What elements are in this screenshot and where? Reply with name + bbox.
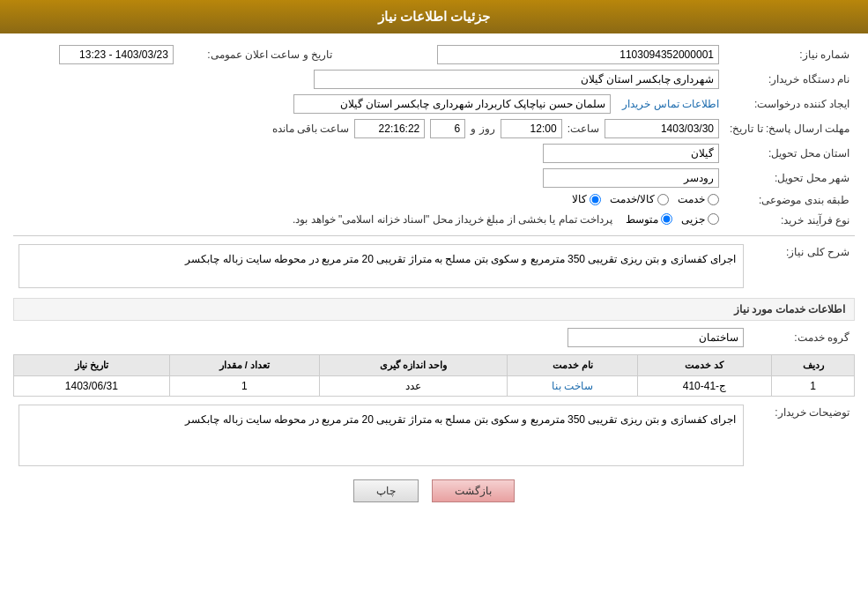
- announce-date-input[interactable]: [59, 45, 174, 64]
- creator-label: ایجاد کننده درخواست:: [724, 92, 855, 116]
- row-service-code: ج-41-410: [637, 376, 771, 397]
- deadline-date-input[interactable]: [605, 119, 719, 138]
- buyer-notes-label: توضیحات خریدار:: [749, 402, 855, 469]
- buyer-notes-box: اجرای کفسازی و بتن ریزی تقریبی 350 مترمر…: [19, 405, 744, 466]
- deadline-label: مهلت ارسال پاسخ: تا تاریخ:: [724, 116, 855, 141]
- process-radio-medium[interactable]: [661, 213, 672, 225]
- city-label: شهر محل تحویل:: [724, 166, 855, 190]
- deadline-remaining-label: ساعت باقی مانده: [272, 123, 350, 135]
- row-date: 1403/06/31: [14, 376, 170, 397]
- col-header-code: کد خدمت: [637, 355, 771, 376]
- page-header: جزئیات اطلاعات نیاز: [0, 0, 868, 33]
- category-radio-service[interactable]: [708, 194, 719, 205]
- row-unit: عدد: [319, 376, 508, 397]
- col-header-unit: واحد اندازه گیری: [319, 355, 508, 376]
- process-option-small[interactable]: جزیی: [681, 213, 719, 226]
- announce-date-label: تاریخ و ساعت اعلان عمومی:: [179, 42, 338, 67]
- category-option-goods[interactable]: کالا: [572, 193, 601, 205]
- row-service-name[interactable]: ساخت بنا: [508, 376, 638, 397]
- need-number-label: شماره نیاز:: [724, 42, 855, 67]
- deadline-days-label: روز و: [471, 123, 494, 135]
- col-header-qty: تعداد / مقدار: [169, 355, 319, 376]
- deadline-days-input[interactable]: [430, 119, 465, 138]
- back-button[interactable]: بازگشت: [432, 479, 515, 502]
- contact-link[interactable]: اطلاعات تماس خریدار: [622, 98, 719, 110]
- process-option-medium[interactable]: متوسط: [626, 213, 672, 226]
- province-label: استان محل تحویل:: [724, 141, 855, 166]
- province-input[interactable]: [543, 144, 719, 163]
- category-label: طبقه بندی موضوعی:: [724, 190, 855, 211]
- deadline-time-label: ساعت:: [568, 123, 599, 135]
- creator-input[interactable]: [293, 94, 611, 114]
- process-label: نوع فرآیند خرید:: [724, 211, 855, 231]
- need-number-input[interactable]: [437, 45, 719, 64]
- col-header-date: تاریخ نیاز: [14, 355, 170, 376]
- row-quantity: 1: [169, 376, 319, 397]
- service-group-label: گروه خدمت:: [749, 325, 855, 350]
- process-radio-small[interactable]: [708, 213, 719, 225]
- city-input[interactable]: [543, 168, 719, 188]
- process-note: پرداخت تمام یا بخشی از مبلغ خریداز محل "…: [293, 213, 612, 226]
- category-option-both[interactable]: کالا/خدمت: [610, 193, 669, 205]
- button-row: بازگشت چاپ: [13, 479, 855, 502]
- table-row: 1 ج-41-410 ساخت بنا عدد 1 1403/06/31: [14, 376, 855, 397]
- category-radio-goods[interactable]: [590, 194, 601, 205]
- process-radio-group: جزیی متوسط: [626, 213, 719, 226]
- row-number: 1: [772, 376, 855, 397]
- col-header-name: نام خدمت: [508, 355, 638, 376]
- buyer-org-label: نام دستگاه خریدار:: [724, 67, 855, 92]
- category-radio-both[interactable]: [657, 194, 669, 205]
- description-label: شرح کلی نیاز:: [749, 241, 855, 291]
- category-radio-group: خدمت کالا/خدمت کالا: [572, 193, 719, 205]
- services-table: ردیف کد خدمت نام خدمت واحد اندازه گیری ت…: [13, 354, 855, 397]
- divider-1: [13, 235, 855, 236]
- deadline-time-input[interactable]: [501, 119, 562, 138]
- service-group-input[interactable]: [568, 328, 744, 347]
- services-section-title: اطلاعات خدمات مورد نیاز: [13, 298, 855, 321]
- deadline-remaining-input[interactable]: [354, 119, 425, 138]
- buyer-org-input[interactable]: [314, 70, 719, 89]
- category-option-service[interactable]: خدمت: [678, 193, 719, 205]
- description-box: اجرای کفسازی و بتن ریزی تقریبی 350 مترمر…: [19, 244, 744, 288]
- col-header-row: ردیف: [772, 355, 855, 376]
- print-button[interactable]: چاپ: [353, 479, 419, 502]
